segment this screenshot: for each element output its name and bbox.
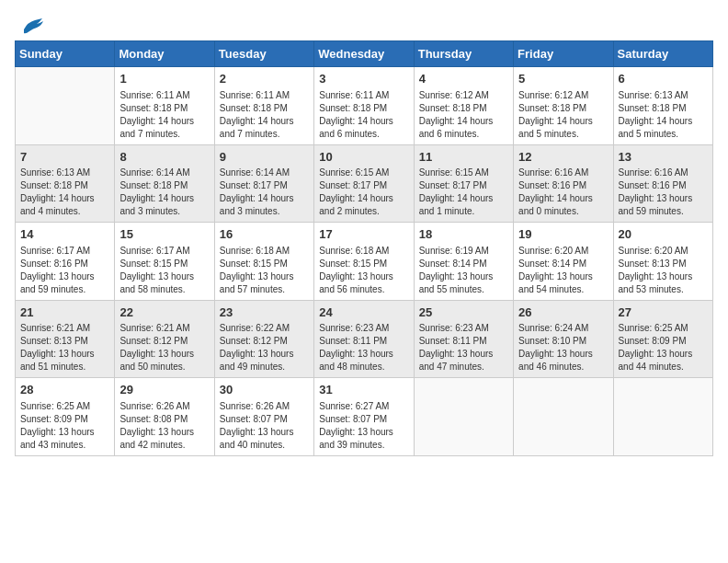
calendar-cell: 2Sunrise: 6:11 AM Sunset: 8:18 PM Daylig… — [214, 67, 313, 145]
day-info: Sunrise: 6:11 AM Sunset: 8:18 PM Dayligh… — [220, 89, 309, 141]
day-number: 18 — [419, 226, 508, 243]
day-info: Sunrise: 6:22 AM Sunset: 8:12 PM Dayligh… — [220, 322, 309, 373]
weekday-header: Sunday — [16, 41, 115, 67]
day-info: Sunrise: 6:19 AM Sunset: 8:14 PM Dayligh… — [419, 245, 508, 296]
day-info: Sunrise: 6:20 AM Sunset: 8:14 PM Dayligh… — [518, 245, 608, 296]
day-info: Sunrise: 6:25 AM Sunset: 8:09 PM Dayligh… — [619, 322, 708, 373]
calendar-cell: 11Sunrise: 6:15 AM Sunset: 8:17 PM Dayli… — [414, 144, 513, 223]
day-info: Sunrise: 6:24 AM Sunset: 8:10 PM Dayligh… — [518, 322, 608, 373]
calendar-cell: 13Sunrise: 6:16 AM Sunset: 8:16 PM Dayli… — [613, 144, 712, 223]
calendar-cell: 10Sunrise: 6:15 AM Sunset: 8:17 PM Dayli… — [314, 144, 414, 223]
calendar-cell: 23Sunrise: 6:22 AM Sunset: 8:12 PM Dayli… — [214, 300, 313, 378]
day-info: Sunrise: 6:11 AM Sunset: 8:18 PM Dayligh… — [319, 89, 408, 141]
day-number: 3 — [319, 71, 408, 87]
day-info: Sunrise: 6:16 AM Sunset: 8:16 PM Dayligh… — [619, 167, 708, 218]
day-info: Sunrise: 6:17 AM Sunset: 8:16 PM Dayligh… — [20, 245, 109, 296]
calendar-cell: 31Sunrise: 6:27 AM Sunset: 8:07 PM Dayli… — [314, 378, 414, 456]
day-number: 26 — [518, 304, 608, 321]
calendar-header-row: SundayMondayTuesdayWednesdayThursdayFrid… — [16, 41, 713, 67]
day-number: 2 — [220, 71, 309, 87]
calendar-cell: 24Sunrise: 6:23 AM Sunset: 8:11 PM Dayli… — [314, 300, 414, 378]
day-info: Sunrise: 6:12 AM Sunset: 8:18 PM Dayligh… — [419, 89, 508, 141]
day-number: 23 — [220, 304, 309, 321]
day-number: 8 — [119, 149, 209, 166]
calendar-cell: 14Sunrise: 6:17 AM Sunset: 8:16 PM Dayli… — [16, 223, 115, 301]
calendar-cell — [414, 378, 513, 456]
day-info: Sunrise: 6:17 AM Sunset: 8:15 PM Dayligh… — [119, 245, 209, 296]
calendar-cell — [514, 378, 613, 456]
calendar-cell — [16, 67, 115, 145]
day-number: 7 — [20, 149, 109, 166]
day-number: 10 — [319, 149, 408, 166]
day-number: 9 — [220, 149, 309, 166]
day-info: Sunrise: 6:18 AM Sunset: 8:15 PM Dayligh… — [319, 245, 408, 296]
header — [15, 15, 713, 33]
calendar-cell: 17Sunrise: 6:18 AM Sunset: 8:15 PM Dayli… — [314, 223, 414, 301]
calendar-cell: 1Sunrise: 6:11 AM Sunset: 8:18 PM Daylig… — [115, 67, 214, 145]
day-number: 31 — [319, 382, 408, 398]
day-number: 17 — [319, 226, 408, 243]
day-number: 15 — [119, 226, 209, 243]
weekday-header: Thursday — [414, 41, 513, 67]
calendar-cell: 15Sunrise: 6:17 AM Sunset: 8:15 PM Dayli… — [115, 223, 214, 301]
calendar-cell: 7Sunrise: 6:13 AM Sunset: 8:18 PM Daylig… — [16, 144, 115, 223]
calendar-cell: 30Sunrise: 6:26 AM Sunset: 8:07 PM Dayli… — [214, 378, 313, 456]
day-info: Sunrise: 6:21 AM Sunset: 8:12 PM Dayligh… — [119, 322, 209, 373]
calendar-cell: 8Sunrise: 6:14 AM Sunset: 8:18 PM Daylig… — [115, 144, 214, 223]
weekday-header: Tuesday — [214, 41, 313, 67]
calendar-cell: 27Sunrise: 6:25 AM Sunset: 8:09 PM Dayli… — [613, 300, 712, 378]
day-info: Sunrise: 6:23 AM Sunset: 8:11 PM Dayligh… — [319, 322, 408, 373]
day-number: 27 — [619, 304, 708, 321]
calendar-cell — [613, 378, 712, 456]
day-info: Sunrise: 6:14 AM Sunset: 8:18 PM Dayligh… — [119, 167, 209, 218]
day-info: Sunrise: 6:15 AM Sunset: 8:17 PM Dayligh… — [419, 167, 508, 218]
calendar-cell: 20Sunrise: 6:20 AM Sunset: 8:13 PM Dayli… — [613, 223, 712, 301]
day-number: 12 — [518, 149, 608, 166]
calendar-week-row: 7Sunrise: 6:13 AM Sunset: 8:18 PM Daylig… — [16, 144, 713, 223]
day-info: Sunrise: 6:16 AM Sunset: 8:16 PM Dayligh… — [518, 167, 608, 218]
calendar-week-row: 1Sunrise: 6:11 AM Sunset: 8:18 PM Daylig… — [16, 67, 713, 145]
day-info: Sunrise: 6:27 AM Sunset: 8:07 PM Dayligh… — [319, 400, 408, 452]
calendar-cell: 26Sunrise: 6:24 AM Sunset: 8:10 PM Dayli… — [514, 300, 613, 378]
day-info: Sunrise: 6:26 AM Sunset: 8:08 PM Dayligh… — [119, 400, 209, 452]
day-number: 11 — [419, 149, 508, 166]
day-info: Sunrise: 6:21 AM Sunset: 8:13 PM Dayligh… — [20, 322, 109, 373]
day-number: 19 — [518, 226, 608, 243]
calendar-cell: 18Sunrise: 6:19 AM Sunset: 8:14 PM Dayli… — [414, 223, 513, 301]
day-info: Sunrise: 6:26 AM Sunset: 8:07 PM Dayligh… — [220, 400, 309, 452]
calendar-cell: 3Sunrise: 6:11 AM Sunset: 8:18 PM Daylig… — [314, 67, 414, 145]
calendar-table: SundayMondayTuesdayWednesdayThursdayFrid… — [15, 40, 713, 456]
calendar-cell: 4Sunrise: 6:12 AM Sunset: 8:18 PM Daylig… — [414, 67, 513, 145]
day-number: 4 — [419, 71, 508, 87]
day-number: 20 — [619, 226, 708, 243]
calendar-cell: 9Sunrise: 6:14 AM Sunset: 8:17 PM Daylig… — [214, 144, 313, 223]
calendar-week-row: 21Sunrise: 6:21 AM Sunset: 8:13 PM Dayli… — [16, 300, 713, 378]
calendar-week-row: 28Sunrise: 6:25 AM Sunset: 8:09 PM Dayli… — [16, 378, 713, 456]
weekday-header: Wednesday — [314, 41, 414, 67]
logo-bird-icon — [17, 15, 44, 37]
calendar-cell: 12Sunrise: 6:16 AM Sunset: 8:16 PM Dayli… — [514, 144, 613, 223]
day-number: 24 — [319, 304, 408, 321]
day-number: 5 — [518, 71, 608, 87]
day-info: Sunrise: 6:13 AM Sunset: 8:18 PM Dayligh… — [619, 89, 708, 141]
day-number: 6 — [619, 71, 708, 87]
weekday-header: Monday — [115, 41, 214, 67]
day-number: 21 — [20, 304, 109, 321]
day-number: 13 — [619, 149, 708, 166]
calendar-week-row: 14Sunrise: 6:17 AM Sunset: 8:16 PM Dayli… — [16, 223, 713, 301]
day-info: Sunrise: 6:25 AM Sunset: 8:09 PM Dayligh… — [20, 400, 109, 452]
calendar-cell: 6Sunrise: 6:13 AM Sunset: 8:18 PM Daylig… — [613, 67, 712, 145]
weekday-header: Friday — [514, 41, 613, 67]
calendar-cell: 28Sunrise: 6:25 AM Sunset: 8:09 PM Dayli… — [16, 378, 115, 456]
day-number: 25 — [419, 304, 508, 321]
calendar-cell: 25Sunrise: 6:23 AM Sunset: 8:11 PM Dayli… — [414, 300, 513, 378]
day-number: 1 — [119, 71, 209, 87]
calendar-cell: 5Sunrise: 6:12 AM Sunset: 8:18 PM Daylig… — [514, 67, 613, 145]
calendar-cell: 16Sunrise: 6:18 AM Sunset: 8:15 PM Dayli… — [214, 223, 313, 301]
day-info: Sunrise: 6:14 AM Sunset: 8:17 PM Dayligh… — [220, 167, 309, 218]
day-info: Sunrise: 6:11 AM Sunset: 8:18 PM Dayligh… — [119, 89, 209, 141]
day-info: Sunrise: 6:15 AM Sunset: 8:17 PM Dayligh… — [319, 167, 408, 218]
calendar-cell: 19Sunrise: 6:20 AM Sunset: 8:14 PM Dayli… — [514, 223, 613, 301]
day-number: 22 — [119, 304, 209, 321]
weekday-header: Saturday — [613, 41, 712, 67]
